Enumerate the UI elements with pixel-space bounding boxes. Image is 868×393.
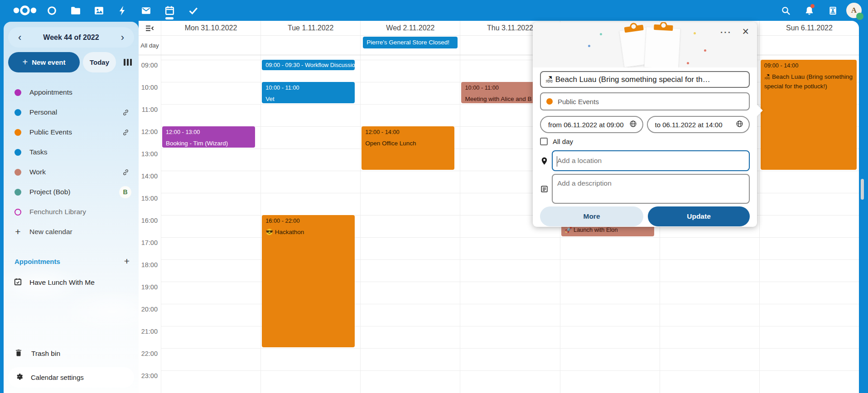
dashboard-circle-icon[interactable] xyxy=(40,0,63,21)
calendar-event[interactable]: 09:00 - 09:30 - Workflow Discussion xyxy=(262,60,355,70)
update-button[interactable]: Update xyxy=(648,206,750,226)
event-title: Vet xyxy=(265,95,351,103)
all-day-cell[interactable] xyxy=(260,36,360,55)
calendar-name-label: Work xyxy=(29,168,120,176)
mail-icon[interactable] xyxy=(134,0,158,21)
week-label[interactable]: Week 44 of 2022 xyxy=(43,34,99,42)
event-title-input[interactable]: 🏖 Beach Luau (Bring something special fo… xyxy=(540,71,750,88)
hour-label: 09:00 xyxy=(141,62,158,69)
sidebar-calendar-item[interactable]: Public Events xyxy=(4,122,139,142)
start-datetime-picker[interactable]: from 06.11.2022 at 09:00 xyxy=(540,116,643,133)
topbar-right-actions: A xyxy=(776,0,862,21)
hour-label: 14:00 xyxy=(141,173,158,180)
close-icon[interactable]: × xyxy=(742,26,749,37)
day-column[interactable]: 09:00 - 09:30 - Workflow Discussion10:00… xyxy=(260,55,360,393)
calendar-picker-select[interactable]: Public Events xyxy=(540,92,750,110)
calendar-name-label: Appointments xyxy=(29,88,131,96)
next-week-button[interactable]: › xyxy=(119,33,126,43)
event-summary: 09:00 - 09:30 - Workflow Discussion xyxy=(265,62,351,68)
calendar-name-label: Public Events xyxy=(29,128,120,136)
new-event-button[interactable]: + New event xyxy=(8,52,80,72)
calendar-event[interactable]: 12:00 - 13:00Booking - Tim (Wizard) xyxy=(162,126,255,148)
globe-timezone-icon[interactable] xyxy=(629,120,637,129)
appointment-config-label: Have Lunch With Me xyxy=(29,278,95,287)
calendar-event[interactable]: 12:00 - 14:00Open Office Lunch xyxy=(362,126,454,170)
end-datetime-picker[interactable]: to 06.11.2022 at 14:00 xyxy=(647,116,750,133)
globe-timezone-icon[interactable] xyxy=(736,120,743,129)
calendar-color-dot xyxy=(14,169,21,176)
sidebar-calendar-item[interactable]: Tasks xyxy=(4,142,139,162)
day-header[interactable]: Tue 1.11.2022 xyxy=(260,21,360,35)
view-toggle-columns-icon[interactable] xyxy=(124,59,132,66)
calendar-color-dot xyxy=(14,209,21,216)
trash-bin-button[interactable]: Trash bin xyxy=(4,344,139,364)
calendar-color-dot xyxy=(14,189,21,196)
nextcloud-logo-icon[interactable] xyxy=(10,0,40,21)
sidebar-calendar-item[interactable]: Work xyxy=(4,162,139,182)
description-icon xyxy=(540,174,552,204)
calendar-icon[interactable] xyxy=(158,0,181,21)
user-avatar[interactable]: A xyxy=(846,3,862,18)
today-button[interactable]: Today xyxy=(83,52,116,72)
description-input[interactable]: Add a description xyxy=(552,174,750,204)
hour-label: 11:00 xyxy=(142,106,158,113)
sidebar-calendar-item[interactable]: Fenchurch Library xyxy=(4,202,139,222)
tasks-check-icon[interactable] xyxy=(181,0,205,21)
more-actions-menu-icon[interactable]: ··· xyxy=(720,28,732,38)
day-header[interactable]: Wed 2.11.2022 xyxy=(360,21,460,35)
calendar-event[interactable]: 09:00 - 14:00🏖 Beach Luau (Bring somethi… xyxy=(761,60,857,170)
previous-week-button[interactable]: ‹ xyxy=(16,33,23,43)
shared-link-icon[interactable] xyxy=(120,106,131,118)
sidebar-calendar-item[interactable]: Project (Bob)B xyxy=(4,182,139,202)
all-day-cell[interactable] xyxy=(759,36,859,55)
add-appointment-config-button[interactable]: + xyxy=(124,256,130,267)
sidebar-calendar-item[interactable]: Personal xyxy=(4,102,139,122)
day-column[interactable]: 12:00 - 14:00Open Office Lunch xyxy=(360,55,460,393)
event-title: Booking - Tim (Wizard) xyxy=(166,139,251,148)
appointments-section-header: Appointments + xyxy=(4,254,139,269)
hour-label: 20:00 xyxy=(141,306,158,313)
day-column[interactable]: 12:00 - 13:00Booking - Tim (Wizard) xyxy=(161,55,260,393)
location-pin-icon xyxy=(540,157,552,165)
photos-icon[interactable] xyxy=(87,0,111,21)
day-header[interactable]: Sun 6.11.2022 xyxy=(759,21,859,35)
activity-lightning-icon[interactable] xyxy=(111,0,134,21)
all-day-cell[interactable]: Pierre's General Store Closed! xyxy=(360,36,460,55)
day-header[interactable]: Mon 31.10.2022 xyxy=(161,21,260,35)
all-day-cell[interactable] xyxy=(161,36,260,55)
date-time-row: from 06.11.2022 at 09:00 to 06.11.2022 a… xyxy=(540,116,750,133)
new-calendar-button[interactable]: + New calendar xyxy=(4,222,139,242)
event-title: Open Office Lunch xyxy=(365,139,451,149)
contacts-icon[interactable] xyxy=(823,0,843,21)
shared-link-icon[interactable] xyxy=(120,126,131,138)
event-editor-popover: ··· × 🏖 Beach Luau (Bring something spec… xyxy=(533,22,757,227)
notifications-bell-icon[interactable] xyxy=(799,0,819,21)
hour-label: 21:00 xyxy=(141,328,158,335)
calendar-name-label: Fenchurch Library xyxy=(29,208,131,216)
search-icon[interactable] xyxy=(776,0,796,21)
files-folder-icon[interactable] xyxy=(63,0,87,21)
online-status-dot xyxy=(856,13,863,20)
collapse-all-day-icon[interactable] xyxy=(139,21,161,35)
event-time: 10:00 - 11:00 xyxy=(265,84,351,91)
appointment-config-item[interactable]: Have Lunch With Me xyxy=(4,273,139,292)
calendar-event[interactable]: 16:00 - 22:00😎 Hackathon xyxy=(262,215,355,347)
location-input[interactable]: Add a location xyxy=(552,150,750,171)
event-time: 16:00 - 22:00 xyxy=(265,217,351,224)
day-column[interactable]: 09:00 - 14:00🏖 Beach Luau (Bring somethi… xyxy=(759,55,859,393)
more-button[interactable]: More xyxy=(540,206,643,226)
calendar-settings-button[interactable]: Calendar settings xyxy=(8,367,134,388)
calendar-event[interactable]: 10:00 - 11:00Vet xyxy=(262,82,355,103)
hour-label: 23:00 xyxy=(141,372,158,379)
calendar-name-label: Personal xyxy=(29,108,120,116)
shared-by-avatar: B xyxy=(119,186,131,198)
all-day-event[interactable]: Pierre's General Store Closed! xyxy=(363,37,458,48)
sidebar-calendar-item[interactable]: Appointments xyxy=(4,82,139,102)
all-day-checkbox[interactable]: All day xyxy=(540,137,750,146)
event-title: 😎 Hackathon xyxy=(265,228,351,237)
window-scrollbar-thumb[interactable] xyxy=(861,179,864,200)
event-illustration: ··· × xyxy=(533,22,757,67)
checkbox-unchecked-icon[interactable] xyxy=(540,138,548,145)
shared-link-icon[interactable] xyxy=(120,166,131,178)
time-gutter: 09:0010:0011:0012:0013:0014:0015:0016:00… xyxy=(139,55,161,393)
